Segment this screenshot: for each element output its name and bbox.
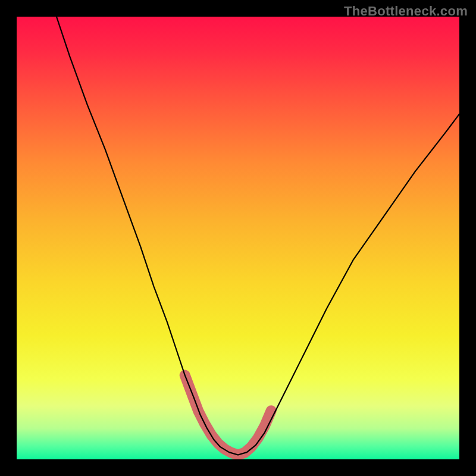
curve-path [57,17,459,455]
chart-svg [17,17,459,459]
chart-frame: TheBottleneck.com [0,0,476,476]
bottom-highlight-path [185,375,271,455]
plot-area [17,17,459,459]
